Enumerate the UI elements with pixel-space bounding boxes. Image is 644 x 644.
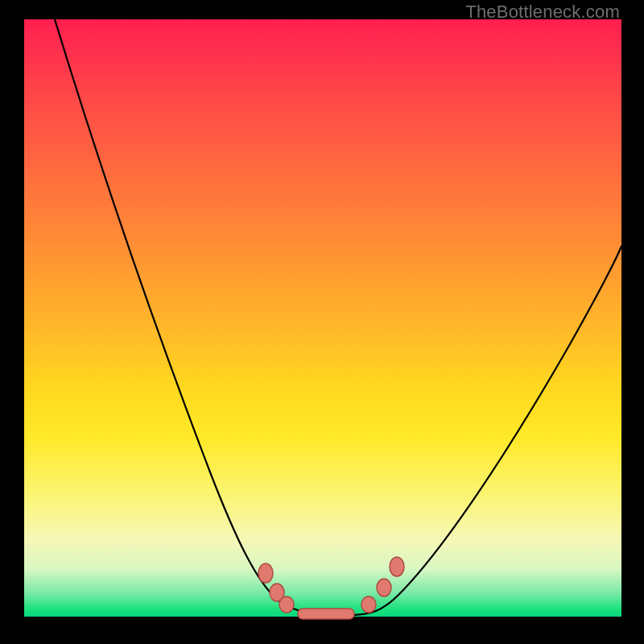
marker-dot — [361, 597, 376, 613]
bottleneck-curve — [24, 19, 621, 617]
chart-frame: TheBottleneck.com — [0, 0, 644, 644]
curve-path — [55, 19, 621, 615]
marker-dot — [377, 579, 391, 597]
plot-area — [24, 19, 621, 617]
marker-dot — [390, 557, 404, 576]
marker-dot — [279, 597, 294, 613]
min-plateau-pill — [298, 609, 354, 619]
marker-dot — [258, 564, 273, 583]
